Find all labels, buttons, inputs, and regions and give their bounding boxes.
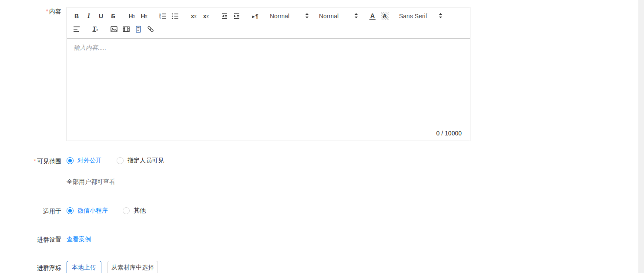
local-upload-button[interactable]: 本地上传 <box>67 261 101 273</box>
visibility-radio-group: 对外公开 指定人员可见 <box>67 157 177 165</box>
editor-toolbar: B I U S H1 H2 123 <box>67 7 470 39</box>
visibility-field-label: *可见范围 <box>0 157 67 165</box>
view-example-link[interactable]: 查看案例 <box>67 236 91 243</box>
indent-icon[interactable] <box>231 11 243 21</box>
align-icon[interactable] <box>70 24 83 34</box>
char-counter: 0 / 10000 <box>436 130 462 137</box>
form: *内容 B I U S H1 H2 <box>0 0 644 273</box>
scrollbar-track[interactable] <box>638 0 644 273</box>
content-field-label: *内容 <box>0 7 67 16</box>
subscript-button[interactable]: x2 <box>188 11 200 21</box>
link-icon[interactable] <box>144 24 157 34</box>
page: *内容 B I U S H1 H2 <box>0 0 644 273</box>
toolbar-row-2: Tx <box>70 24 466 34</box>
group-setting-row: 进群设置 查看案例 <box>0 235 644 244</box>
image-icon[interactable] <box>108 24 120 34</box>
up-down-triangles-icon <box>354 12 358 20</box>
apply-field-label: 适用于 <box>0 207 67 216</box>
font-family-select[interactable]: Sans Serif <box>397 11 444 21</box>
radio-unselected-icon[interactable] <box>117 157 124 164</box>
editor-content-area[interactable]: 输入内容..... 0 / 10000 <box>67 39 470 141</box>
radio-option-wechat-miniprogram[interactable]: 微信小程序 <box>67 207 108 215</box>
label-text: 进群设置 <box>37 236 61 243</box>
toolbar-row-1: B I U S H1 H2 123 <box>70 11 466 21</box>
underline-button[interactable]: U <box>95 11 107 21</box>
outdent-icon[interactable] <box>218 11 231 21</box>
choose-from-library-button[interactable]: 从素材库中选择 <box>107 261 158 273</box>
radio-option-other[interactable]: 其他 <box>123 207 146 215</box>
visibility-hint-row: 全部用户都可查看 <box>0 178 644 186</box>
apply-field-row: 适用于 微信小程序 其他 <box>0 207 644 216</box>
radio-unselected-icon[interactable] <box>123 207 130 214</box>
italic-button[interactable]: I <box>83 11 95 21</box>
apply-radio-group: 微信小程序 其他 <box>67 207 159 216</box>
text-direction-button[interactable]: ▸¶ <box>249 11 262 21</box>
group-float-buttons: 本地上传 从素材库中选择 <box>67 261 158 273</box>
label-text: 内容 <box>49 8 61 15</box>
visibility-hint-text: 全部用户都可查看 <box>67 178 115 186</box>
superscript-button[interactable]: x2 <box>200 11 212 21</box>
radio-selected-icon[interactable] <box>67 157 74 164</box>
document-icon[interactable] <box>132 24 144 34</box>
radio-option-public[interactable]: 对外公开 <box>67 157 102 165</box>
bullet-list-icon[interactable] <box>169 11 181 21</box>
label-text: 适用于 <box>43 208 61 215</box>
up-down-triangles-icon <box>439 12 443 20</box>
required-asterisk: * <box>34 158 36 165</box>
group-float-row: 进群浮标 本地上传 从素材库中选择 <box>0 261 644 273</box>
ordered-list-icon[interactable]: 123 <box>157 11 169 21</box>
strikethrough-button[interactable]: S <box>107 11 119 21</box>
header-1-button[interactable]: H1 <box>126 11 138 21</box>
group-float-label: 进群浮标 <box>0 263 67 272</box>
font-size-select[interactable]: Normal <box>317 11 360 21</box>
radio-option-specified-users[interactable]: 指定人员可见 <box>117 157 164 165</box>
label-text: 进群浮标 <box>37 264 61 271</box>
label-text: 可见范围 <box>37 158 61 165</box>
rich-text-editor: B I U S H1 H2 123 <box>67 7 470 141</box>
up-down-triangles-icon <box>305 12 309 20</box>
header-style-select[interactable]: Normal <box>268 11 311 21</box>
visibility-field-row: *可见范围 对外公开 指定人员可见 <box>0 157 644 165</box>
bold-button[interactable]: B <box>70 11 83 21</box>
header-2-button[interactable]: H2 <box>138 11 150 21</box>
clear-format-button[interactable]: Tx <box>89 24 101 34</box>
svg-text:3: 3 <box>159 17 161 20</box>
radio-selected-icon[interactable] <box>67 207 74 214</box>
text-color-button[interactable]: A <box>366 11 379 21</box>
background-color-button[interactable]: A <box>379 11 391 21</box>
editor-placeholder: 输入内容..... <box>74 44 106 52</box>
video-icon[interactable] <box>120 24 132 34</box>
group-setting-label: 进群设置 <box>0 235 67 244</box>
content-field-row: *内容 B I U S H1 H2 <box>0 7 644 141</box>
required-asterisk: * <box>46 8 48 15</box>
